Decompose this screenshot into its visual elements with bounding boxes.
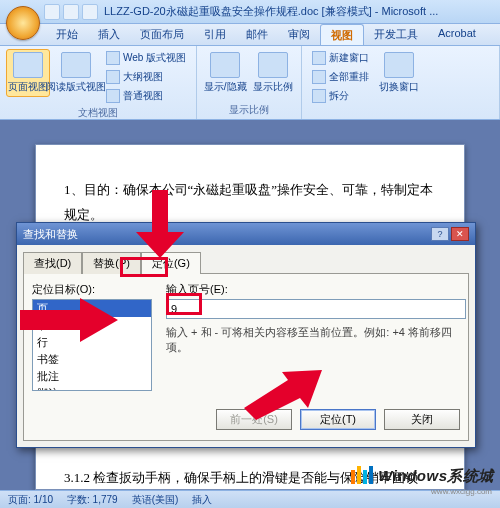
reading-layout-icon xyxy=(61,52,91,78)
group-window: 新建窗口 全部重排 拆分 切换窗口 xyxy=(302,46,500,119)
page-number-label: 输入页号(E): xyxy=(166,282,466,297)
status-page[interactable]: 页面: 1/10 xyxy=(8,493,53,507)
title-bar: LLZZ-GD-20永磁起重吸盘安全操作规程.doc [兼容模式] - Micr… xyxy=(0,0,500,24)
status-bar: 页面: 1/10 字数: 1,779 英语(美国) 插入 xyxy=(0,490,500,508)
outline-icon xyxy=(106,70,120,84)
list-item[interactable]: 批注 xyxy=(33,368,151,385)
tab-insert[interactable]: 插入 xyxy=(88,24,130,45)
office-button[interactable] xyxy=(6,6,40,40)
zoom-icon xyxy=(258,52,288,78)
switch-windows-button[interactable]: 切换窗口 xyxy=(377,49,421,97)
draft-button[interactable]: 普通视图 xyxy=(102,87,190,105)
page-number-input[interactable] xyxy=(166,299,466,319)
group-label: 显示比例 xyxy=(203,102,295,117)
goto-hint: 输入 + 和 - 可将相关内容移至当前位置。例如: +4 将前移四项。 xyxy=(166,325,466,355)
undo-icon[interactable] xyxy=(63,4,79,20)
list-item[interactable]: 行 xyxy=(33,334,151,351)
watermark-url: www.wxclgg.com xyxy=(431,487,492,496)
goto-button[interactable]: 定位(T) xyxy=(300,409,376,430)
status-insert[interactable]: 插入 xyxy=(192,493,212,507)
dialog-tab-replace[interactable]: 替换(P) xyxy=(82,252,141,274)
group-label: 文档视图 xyxy=(6,105,190,120)
ribbon-tabs: 开始 插入 页面布局 引用 邮件 审阅 视图 开发工具 Acrobat xyxy=(0,24,500,46)
status-lang[interactable]: 英语(美国) xyxy=(132,493,179,507)
dialog-titlebar[interactable]: 查找和替换 ? ✕ xyxy=(17,223,475,245)
tab-pagelayout[interactable]: 页面布局 xyxy=(130,24,194,45)
reading-layout-button[interactable]: 阅读版式视图 xyxy=(54,49,98,97)
tab-home[interactable]: 开始 xyxy=(46,24,88,45)
tab-acrobat[interactable]: Acrobat xyxy=(428,24,486,45)
ribbon: 页面视图 阅读版式视图 Web 版式视图 大纲视图 普通视图 文档视图 显示/隐… xyxy=(0,46,500,120)
outline-button[interactable]: 大纲视图 xyxy=(102,68,190,86)
show-hide-icon xyxy=(210,52,240,78)
show-hide-button[interactable]: 显示/隐藏 xyxy=(203,49,247,97)
dialog-title: 查找和替换 xyxy=(23,227,78,242)
new-window-button[interactable]: 新建窗口 xyxy=(308,49,373,67)
goto-target-list[interactable]: 页 节 行 书签 批注 脚注 xyxy=(32,299,152,391)
zoom-button[interactable]: 显示比例 xyxy=(251,49,295,97)
arrange-all-button[interactable]: 全部重排 xyxy=(308,68,373,86)
print-layout-button[interactable]: 页面视图 xyxy=(6,49,50,97)
group-document-views: 页面视图 阅读版式视图 Web 版式视图 大纲视图 普通视图 文档视图 xyxy=(0,46,197,119)
group-zoom: 显示/隐藏 显示比例 显示比例 xyxy=(197,46,302,119)
list-item[interactable]: 书签 xyxy=(33,351,151,368)
watermark-bars-icon xyxy=(351,466,375,486)
list-item[interactable]: 页 xyxy=(33,300,151,317)
paragraph: 1、目的：确保本公司“永磁起重吸盘”操作安全、可靠，特制定本规定。 xyxy=(64,178,436,227)
web-layout-button[interactable]: Web 版式视图 xyxy=(102,49,190,67)
list-item[interactable]: 脚注 xyxy=(33,385,151,391)
tab-view[interactable]: 视图 xyxy=(320,24,364,45)
previous-button: 前一处(S) xyxy=(216,409,292,430)
save-icon[interactable] xyxy=(44,4,60,20)
watermark: Windows系统城 xyxy=(351,466,494,486)
find-replace-dialog: 查找和替换 ? ✕ 查找(D) 替换(P) 定位(G) 定位目标(O): 页 节… xyxy=(16,222,476,448)
draft-icon xyxy=(106,89,120,103)
tab-developer[interactable]: 开发工具 xyxy=(364,24,428,45)
tab-review[interactable]: 审阅 xyxy=(278,24,320,45)
status-words[interactable]: 字数: 1,779 xyxy=(67,493,118,507)
switch-windows-icon xyxy=(384,52,414,78)
tab-mailings[interactable]: 邮件 xyxy=(236,24,278,45)
goto-target-label: 定位目标(O): xyxy=(32,282,152,297)
new-window-icon xyxy=(312,51,326,65)
watermark-text: Windows系统城 xyxy=(378,467,494,486)
dialog-tab-find[interactable]: 查找(D) xyxy=(23,252,82,274)
split-icon xyxy=(312,89,326,103)
redo-icon[interactable] xyxy=(82,4,98,20)
window-title: LLZZ-GD-20永磁起重吸盘安全操作规程.doc [兼容模式] - Micr… xyxy=(104,4,496,19)
close-button[interactable]: 关闭 xyxy=(384,409,460,430)
dialog-tabs: 查找(D) 替换(P) 定位(G) xyxy=(17,245,475,273)
print-layout-icon xyxy=(13,52,43,78)
arrange-all-icon xyxy=(312,70,326,84)
dialog-pane: 定位目标(O): 页 节 行 书签 批注 脚注 输入页号(E): 输入 + 和 … xyxy=(23,273,469,441)
dialog-help-icon[interactable]: ? xyxy=(431,227,449,241)
dialog-close-icon[interactable]: ✕ xyxy=(451,227,469,241)
web-layout-icon xyxy=(106,51,120,65)
split-button[interactable]: 拆分 xyxy=(308,87,373,105)
tab-references[interactable]: 引用 xyxy=(194,24,236,45)
dialog-tab-goto[interactable]: 定位(G) xyxy=(141,252,201,274)
list-item[interactable]: 节 xyxy=(33,317,151,334)
quick-access-toolbar xyxy=(44,4,98,20)
